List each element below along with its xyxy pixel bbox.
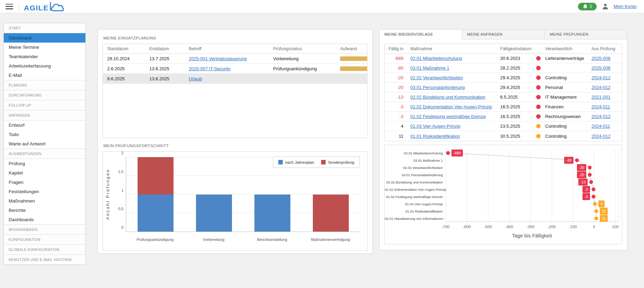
column-header-pr-fungsstatus[interactable]: Prüfungsstatus bbox=[271, 46, 338, 51]
massnahme-link[interactable]: 03.01 Maßnahme 1 bbox=[410, 65, 449, 71]
sidebar-item-kapitel[interactable]: Kapitel bbox=[4, 168, 85, 178]
aus-pruefung-link[interactable]: 2024-012 bbox=[591, 75, 610, 80]
sidebar-item-entwurf[interactable]: Entwurf bbox=[4, 120, 85, 130]
wiedervorlage-row: -2002.02 Verantwortlichkeiten29.4.2025Co… bbox=[385, 73, 622, 83]
massnahme-link[interactable]: 02.02 Verantwortlichkeiten bbox=[410, 75, 463, 80]
massnahme-cell: 01.02 Festlegung wertmäßige Grenze bbox=[405, 114, 498, 119]
sidebar-item-ma-nahmen[interactable]: Maßnahmen bbox=[4, 196, 85, 206]
sidebar-section-benutzer-und-e-mail-historie[interactable]: BENUTZER UND E-MAIL HISTORIE bbox=[4, 254, 85, 264]
tab-meine-anfragen[interactable]: MEINE ANFRAGEN bbox=[462, 30, 545, 39]
value-label-11: 11 bbox=[600, 215, 608, 222]
betreff-link[interactable]: 2025-001 Vertriebssteuerung bbox=[189, 56, 247, 61]
verantwortlich-cell: IT Management bbox=[543, 94, 589, 100]
sidebar-item-feststellungen[interactable]: Feststellungen bbox=[4, 187, 85, 196]
column-header-betreff[interactable]: Betreff bbox=[187, 46, 271, 51]
einsatzplanung-row: 29.10.202413.7.20252025-001 Vertriebsste… bbox=[103, 54, 367, 64]
column-header-f-llig-in[interactable]: Fällig in bbox=[385, 46, 405, 51]
wiedervorlage-row: 1101.01 Risikoidentifikation30.5.2025Con… bbox=[385, 131, 622, 141]
massnahme-link[interactable]: 01.01 Risikoidentifikation bbox=[410, 134, 460, 139]
aus-pruefung-link[interactable]: 2021-001 bbox=[591, 94, 610, 100]
x-tick-label: 100 bbox=[612, 225, 618, 229]
sidebar-item-dashboard[interactable]: Dashboard bbox=[4, 33, 85, 43]
sidebar-section-globale-konfiguration[interactable]: GLOBALE KONFIGURATION bbox=[4, 244, 85, 254]
sidebar-section-durchf-hrung[interactable]: DURCHFÜHRUNG bbox=[4, 90, 85, 100]
sidebar-item-warte-auf-antwort[interactable]: Warte auf Antwort bbox=[4, 139, 85, 148]
sidebar-item-teamkalender[interactable]: Teamkalender bbox=[4, 52, 85, 61]
sidebar-item-berichte[interactable]: Berichte bbox=[4, 206, 85, 215]
verantwortlich-cell: Finanzen bbox=[543, 104, 589, 109]
tab-meine-wiedervorlage[interactable]: MEINE WIEDERVORLAGE bbox=[380, 30, 462, 39]
faellig-in-cell: 4 bbox=[385, 124, 405, 129]
legend-swatch bbox=[321, 160, 326, 164]
sidebar-item-fragen[interactable]: Fragen bbox=[4, 178, 85, 187]
scatter-category-label: 01.01 Risikoidentifikation bbox=[385, 209, 443, 213]
notification-badge[interactable]: 2 bbox=[578, 3, 597, 10]
massnahme-link[interactable]: 03.01 Personalanforderung bbox=[410, 85, 465, 90]
cloud-logo-icon bbox=[49, 2, 64, 11]
y-tick-label: 1 bbox=[121, 188, 123, 192]
aus-pruefung-link[interactable]: 2024-011 bbox=[591, 104, 610, 109]
massnahme-cell: 01.01 Risikoidentifikation bbox=[405, 134, 498, 139]
sidebar-section-wissensbasis[interactable]: WISSENSBASIS bbox=[4, 224, 85, 234]
aus-pruefung-link[interactable]: 2025-006 bbox=[591, 56, 610, 61]
column-header-f-lligkeitsdatum[interactable]: Fälligkeitsdatum bbox=[498, 46, 533, 51]
sidebar-item-dashboards[interactable]: Dashboards bbox=[4, 215, 85, 224]
column-header-aus-pr-fung[interactable]: Aus Prüfung bbox=[589, 46, 622, 51]
aus-pruefung-link[interactable]: 2024-012 bbox=[591, 85, 610, 90]
hamburger-menu-icon[interactable] bbox=[6, 4, 13, 9]
sidebar-item-pr-fung[interactable]: Prüfung bbox=[4, 159, 85, 168]
sidebar-section-anfragen[interactable]: ANFRAGEN bbox=[4, 110, 85, 120]
bar-segment-sonderpr-fung bbox=[138, 157, 174, 195]
red-status-dot-icon bbox=[536, 114, 541, 119]
sidebar-item-todo[interactable]: Todo bbox=[4, 130, 85, 139]
sidebar-item-meine-termine[interactable]: Meine Termine bbox=[4, 43, 85, 52]
scatter-category-label: 02.02 Bündelung und Kommunikation bbox=[385, 180, 443, 184]
betreff-link[interactable]: 2025-007 IT-Security bbox=[189, 66, 231, 71]
wiedervorlage-row: 401.03 Vier-Augen-Prinzip23.5.2025Contro… bbox=[385, 122, 622, 131]
betreff-link[interactable]: Urlaub bbox=[189, 76, 202, 81]
massnahme-link[interactable]: 02.02 Bündelung und Kommunikation bbox=[410, 94, 485, 100]
aus-pruefung-link[interactable]: 2024-011 bbox=[591, 124, 610, 129]
tab-meine-pr-fungen[interactable]: MEINE PRÜFUNGEN bbox=[545, 30, 627, 39]
sidebar-section-auswertungen[interactable]: AUSWERTUNGEN bbox=[4, 148, 85, 159]
brand-logo[interactable]: AGILE bbox=[24, 2, 64, 11]
app-root: AGILE 2 Mein Konto STARTDashboardMeine T… bbox=[0, 0, 644, 288]
sidebar-item-arbeitszeiterfassung[interactable]: Arbeitszeiterfassung bbox=[4, 61, 85, 71]
column-header-aufwand[interactable]: Aufwand bbox=[338, 46, 367, 51]
column-header-ma-nahme[interactable]: Maßnahme bbox=[405, 46, 498, 51]
right-panel-body: Fällig inMaßnahmeFälligkeitsdatumVerantw… bbox=[380, 39, 627, 244]
aus-pruefung-link[interactable]: 2024-012 bbox=[591, 114, 610, 119]
legend-item-nach-jahresplan[interactable]: nach Jahresplan bbox=[278, 160, 314, 164]
massnahme-link[interactable]: 01.02 Dokumentation Vier-Augen-Prinzip bbox=[410, 104, 492, 109]
massnahme-link[interactable]: 02.01 Mitarbeiterschulung bbox=[410, 56, 462, 61]
scatter-category-label: 01.03 Vier-Augen-Prinzip bbox=[385, 202, 443, 206]
bar-segment-nach-jahresplan bbox=[138, 195, 174, 232]
plot-right-border bbox=[618, 149, 619, 222]
wiedervorlage-row: -8003.01 Maßnahme 128.2.20252025-006 bbox=[385, 63, 622, 73]
enddatum-cell: 13.7.2025 bbox=[147, 56, 187, 61]
aus-pruefung-link[interactable]: 2025-006 bbox=[591, 65, 610, 71]
red-point-icon bbox=[588, 165, 592, 169]
faelligkeitsdatum-cell: 16.5.2025 bbox=[498, 114, 533, 119]
sidebar-section-konfiguration[interactable]: KONFIGURATION bbox=[4, 234, 85, 244]
startdatum-cell: 29.10.2024 bbox=[103, 56, 147, 61]
column-header-verantwortlich[interactable]: Verantwortlich bbox=[543, 46, 589, 51]
account-link[interactable]: Mein Konto bbox=[614, 4, 636, 9]
user-icon[interactable] bbox=[602, 3, 609, 10]
sidebar-section-follow-up[interactable]: FOLLOW UP bbox=[4, 100, 85, 110]
value-label-20: -20 bbox=[577, 171, 586, 178]
sidebar-item-e-mail[interactable]: E-Mail bbox=[4, 71, 85, 80]
massnahme-link[interactable]: 01.03 Vier-Augen-Prinzip bbox=[410, 124, 460, 129]
aus-pruefung-link[interactable]: 2024-012 bbox=[591, 134, 610, 139]
legend-item-sonderpr-fung[interactable]: Sonderprüfung bbox=[321, 160, 354, 164]
column-header-startdatum[interactable]: Startdatum bbox=[103, 46, 147, 51]
status-cell: Vorbereitung bbox=[271, 56, 338, 61]
column-header-enddatum[interactable]: Enddatum bbox=[147, 46, 187, 51]
massnahme-link[interactable]: 01.02 Festlegung wertmäßige Grenze bbox=[410, 114, 486, 119]
faellig-in-cell: -20 bbox=[385, 85, 405, 90]
wiedervorlage-row: -301.02 Dokumentation Vier-Augen-Prinzip… bbox=[385, 102, 622, 112]
aus-pruefung-cell: 2024-012 bbox=[589, 85, 622, 90]
red-status-dot-icon bbox=[536, 95, 541, 99]
sidebar-section-planung[interactable]: PLANUNG bbox=[4, 80, 85, 90]
sidebar-section-start[interactable]: START bbox=[4, 23, 85, 33]
